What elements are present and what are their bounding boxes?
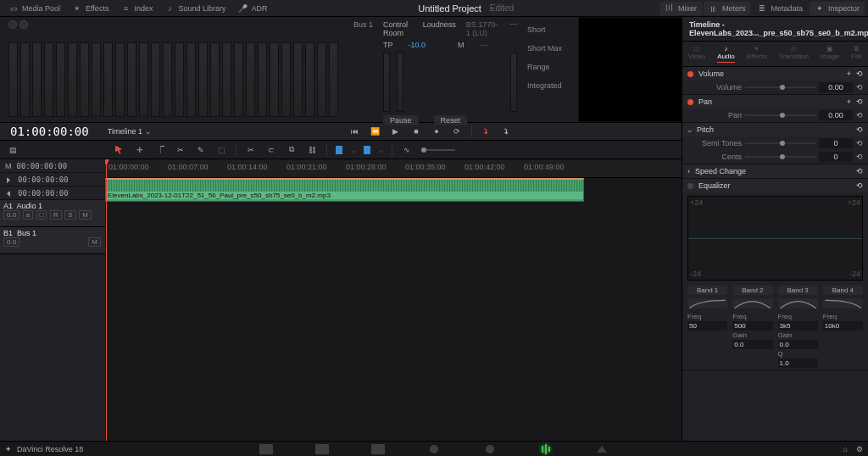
cents-slider[interactable] xyxy=(745,156,815,158)
index-btn[interactable]: ≡Index xyxy=(115,2,158,15)
chevron-icon[interactable]: ⌵ xyxy=(687,125,692,134)
keyframe-icon[interactable] xyxy=(687,99,693,105)
flag-blue[interactable] xyxy=(336,146,342,154)
crossfade-tool[interactable]: ∿ xyxy=(401,144,413,156)
keyframe-icon[interactable] xyxy=(687,183,693,189)
chip-r[interactable]: R xyxy=(50,210,62,220)
band-2[interactable]: Band 2 xyxy=(732,286,772,295)
reset-icon[interactable]: ⟲ xyxy=(856,97,863,106)
trim-tool[interactable]: ⎾ xyxy=(154,144,166,156)
timeline-canvas[interactable]: 01:00:00:00 01:00:07:00 01:00:14:00 01:0… xyxy=(105,159,776,441)
section-pan[interactable]: Pan xyxy=(698,97,712,106)
pan-value[interactable]: 0.00 xyxy=(819,110,853,120)
semitones-slider[interactable] xyxy=(745,142,815,144)
page-edit[interactable] xyxy=(371,444,385,454)
main-timecode[interactable]: 01:00:00:00 xyxy=(0,125,99,138)
marker-out-icon[interactable]: ⏴ xyxy=(5,189,13,197)
draw-tool[interactable]: ✎ xyxy=(195,144,207,156)
chip-lock[interactable]: □ xyxy=(36,210,47,220)
page-fairlight[interactable] xyxy=(539,444,553,454)
cut-tool[interactable]: ✂ xyxy=(245,144,257,156)
page-fusion[interactable] xyxy=(427,444,441,454)
chip-m[interactable]: M xyxy=(79,210,92,220)
section-speed[interactable]: Speed Change xyxy=(695,167,746,175)
tab-transition[interactable]: ▱Transition xyxy=(779,45,809,63)
media-pool-btn[interactable]: ▭Media Pool xyxy=(3,2,65,15)
band-curve-2[interactable] xyxy=(732,298,772,309)
volume-slider[interactable] xyxy=(745,86,815,88)
tracklist-view[interactable]: ▤ xyxy=(7,144,19,156)
prev-button[interactable]: ⏮ xyxy=(349,125,361,137)
marker-in-icon[interactable]: ⏵ xyxy=(5,175,13,184)
band-curve-1[interactable] xyxy=(687,298,727,309)
freq-2[interactable]: 500 xyxy=(732,321,772,331)
track-db[interactable]: 0.0 xyxy=(3,237,19,247)
knob[interactable] xyxy=(19,20,28,29)
reset-icon[interactable]: ⟲ xyxy=(856,139,863,147)
playhead[interactable] xyxy=(106,159,107,441)
cents-value[interactable]: 0 xyxy=(819,152,853,162)
link-tool[interactable]: ⧉ xyxy=(286,144,298,156)
timeline-select[interactable]: Timeline 1⌵ xyxy=(99,127,159,136)
freq-3[interactable]: 3k5 xyxy=(778,321,818,331)
page-color[interactable] xyxy=(483,444,497,454)
gain-2[interactable]: 0.0 xyxy=(732,340,772,349)
chain-tool[interactable]: ⛓ xyxy=(306,144,318,156)
page-deliver[interactable] xyxy=(595,444,609,454)
band-1[interactable]: Band 1 xyxy=(687,286,727,295)
pan-slider[interactable] xyxy=(745,114,815,116)
razor-tool[interactable]: ✂ xyxy=(175,144,186,156)
flag-blue2[interactable] xyxy=(364,146,370,154)
pause-button[interactable]: Pause xyxy=(383,115,419,125)
freq-1[interactable]: 50 xyxy=(687,321,727,331)
mixer-toggle[interactable]: 〣Mixer xyxy=(659,2,702,15)
audio-clip[interactable]: ElevenLabs_2023-12-01T22_51_56_Paul_pre_… xyxy=(105,178,584,202)
record-button[interactable]: ● xyxy=(431,125,442,137)
track-header-a1[interactable]: A1 Audio 1 0.0 a □ R S M xyxy=(0,200,105,227)
reset-icon[interactable]: ⟲ xyxy=(856,167,863,175)
tab-audio[interactable]: ♪Audio xyxy=(717,45,734,63)
q-3[interactable]: 1.0 xyxy=(778,359,818,368)
band-3[interactable]: Band 3 xyxy=(778,286,818,295)
more-icon[interactable]: ⋯ xyxy=(509,20,517,37)
reset-icon[interactable]: ⟲ xyxy=(856,111,863,120)
tab-file[interactable]: 🗎File xyxy=(851,45,862,63)
volume-value[interactable]: 0.00 xyxy=(819,82,853,92)
knob[interactable] xyxy=(8,20,17,29)
track-db[interactable]: 0.0 xyxy=(3,210,19,220)
inspector-toggle[interactable]: ✦Inspector xyxy=(810,2,865,15)
reset-icon[interactable]: ⟲ xyxy=(856,70,863,78)
stop-button[interactable]: ■ xyxy=(410,125,422,137)
band-4[interactable]: Band 4 xyxy=(823,286,863,295)
chevron-down-icon[interactable]: ⌵ xyxy=(351,146,355,154)
chevron-down-icon[interactable]: ⌵ xyxy=(379,146,383,154)
keyframe-icon[interactable] xyxy=(687,71,693,77)
meters-toggle[interactable]: ⫼Meters xyxy=(704,2,751,15)
reset-icon[interactable]: ⟲ xyxy=(856,83,863,92)
gain-3[interactable]: 0.0 xyxy=(778,340,818,349)
add-icon[interactable]: + xyxy=(847,70,851,78)
chip-arm[interactable]: a xyxy=(23,210,33,220)
reset-icon[interactable]: ⟲ xyxy=(856,181,863,190)
sound-library-btn[interactable]: ♪Sound Library xyxy=(159,2,231,15)
automation-mode[interactable]: ⮯ xyxy=(501,125,513,137)
section-volume[interactable]: Volume xyxy=(698,70,724,78)
section-equalizer[interactable]: Equalizer xyxy=(698,181,731,190)
loop-button[interactable]: ⟳ xyxy=(451,125,463,137)
semitones-value[interactable]: 0 xyxy=(819,138,853,148)
reset-icon[interactable]: ⟲ xyxy=(856,153,863,161)
home-icon[interactable]: ⌂ xyxy=(843,445,848,453)
metadata-toggle[interactable]: ≣Metadata xyxy=(752,2,808,15)
play-button[interactable]: ▶ xyxy=(390,125,402,137)
hand-tool[interactable]: ⬚ xyxy=(215,144,227,156)
marker-m-icon[interactable]: M xyxy=(5,162,12,170)
range-tool[interactable]: ✛ xyxy=(134,144,146,156)
reset-button[interactable]: Reset xyxy=(434,115,468,125)
xfade-slider[interactable] xyxy=(421,149,455,151)
page-cut[interactable] xyxy=(315,444,329,454)
time-ruler[interactable]: 01:00:00:00 01:00:07:00 01:00:14:00 01:0… xyxy=(105,159,776,178)
track-header-b1[interactable]: B1 Bus 1 0.0 M xyxy=(0,227,105,254)
eq-graph[interactable]: +24 +24 -24 -24 xyxy=(687,196,863,281)
automation-button[interactable]: ⮯ xyxy=(481,125,492,137)
settings-icon[interactable]: ⚙ xyxy=(856,445,863,453)
